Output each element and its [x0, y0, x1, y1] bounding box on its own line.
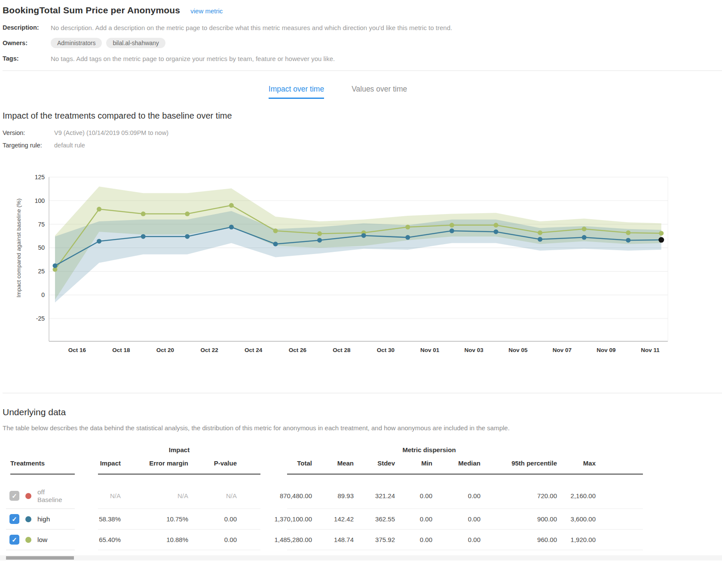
- dispersion-cell: 148.74: [312, 530, 354, 549]
- x-tick-label: Oct 24: [245, 347, 263, 353]
- treatment-checkbox-off[interactable]: ✓: [9, 491, 19, 501]
- low-data-point[interactable]: [538, 230, 542, 235]
- dispersion-cell: 0.00: [395, 509, 432, 529]
- low-data-point[interactable]: [405, 225, 410, 230]
- impact-group-header: Impact: [98, 446, 260, 459]
- low-data-point[interactable]: [141, 211, 146, 216]
- high-data-point[interactable]: [229, 225, 234, 230]
- owners-list: Administratorsbilal.al-shahwany: [51, 38, 165, 48]
- high-data-point[interactable]: [582, 235, 587, 240]
- x-tick-label: Nov 09: [597, 347, 615, 353]
- view-metric-link[interactable]: view metric: [190, 7, 223, 15]
- column-header-max: Max: [557, 459, 596, 474]
- targeting-rule-value: default rule: [54, 142, 85, 149]
- y-tick-label: 50: [38, 244, 45, 251]
- x-tick-label: Nov 03: [465, 347, 484, 353]
- dispersion-cell: 960.00: [480, 530, 557, 549]
- treatment-color-dot: [25, 537, 31, 543]
- dispersion-cell: 1,370,100.00: [263, 509, 312, 529]
- high-data-point[interactable]: [450, 229, 454, 233]
- table-separator: [287, 550, 643, 550]
- treatment-row-low: ✓low: [6, 530, 75, 550]
- x-tick-label: Oct 20: [156, 347, 174, 353]
- low-data-point[interactable]: [97, 207, 101, 211]
- impact-cell: N/A: [121, 486, 188, 505]
- low-data-point[interactable]: [450, 223, 454, 227]
- high-data-point[interactable]: [97, 239, 101, 244]
- impact-over-time-chart: 1251007550250-25Oct 16Oct 18Oct 20Oct 22…: [3, 173, 722, 359]
- low-data-point[interactable]: [659, 231, 664, 236]
- column-header-mean: Mean: [312, 459, 354, 474]
- low-data-point[interactable]: [185, 211, 190, 216]
- tags-row: Tags: No tags. Add tags on the metric pa…: [3, 53, 722, 64]
- impact-cell: 0.00: [188, 509, 237, 529]
- dispersion-cell: 720.00: [480, 486, 557, 505]
- version-label: Version:: [3, 129, 54, 136]
- low-data-point[interactable]: [317, 231, 322, 236]
- high-data-point[interactable]: [141, 234, 146, 239]
- x-tick-label: Oct 26: [289, 347, 307, 353]
- owner-pill: bilal.al-shahwany: [106, 38, 165, 48]
- table-separator: [98, 550, 260, 550]
- dispersion-group-header: Metric dispersion: [263, 446, 596, 459]
- column-header-stdev: Stdev: [354, 459, 395, 474]
- x-tick-label: Nov 01: [420, 347, 440, 353]
- tab-values-over-time[interactable]: Values over time: [352, 85, 407, 99]
- x-tick-label: Oct 30: [377, 347, 395, 353]
- dispersion-cell: 870,480.00: [263, 486, 312, 505]
- table-separator: [6, 550, 75, 550]
- high-data-point[interactable]: [53, 263, 58, 268]
- column-header-min: Min: [395, 459, 432, 474]
- dispersion-cell: 0.00: [432, 509, 480, 529]
- treatment-checkbox-low[interactable]: ✓: [9, 535, 19, 545]
- treatment-name: off: [37, 488, 62, 496]
- treatment-label: high: [37, 515, 50, 523]
- checkbox-check-icon: ✓: [12, 492, 17, 500]
- dispersion-cell: 375.92: [354, 530, 395, 549]
- impact-cell: N/A: [188, 486, 237, 505]
- dispersion-cell: 0.00: [432, 486, 480, 505]
- y-tick-label: 75: [38, 221, 45, 228]
- high-data-point[interactable]: [185, 234, 190, 239]
- impact-cell: 65.40%: [83, 530, 121, 549]
- treatment-checkbox-high[interactable]: ✓: [9, 514, 19, 524]
- high-data-point[interactable]: [317, 238, 322, 242]
- x-tick-label: Oct 18: [112, 347, 130, 353]
- dispersion-cell: 0.00: [395, 530, 432, 549]
- underlying-table: ImpactMetric dispersionTreatmentsImpactE…: [6, 446, 721, 550]
- divider: [3, 393, 722, 393]
- current-value-marker[interactable]: [658, 237, 664, 243]
- table-separator: [287, 529, 643, 530]
- treatments-column-header: Treatments: [6, 459, 75, 474]
- low-data-point[interactable]: [273, 229, 278, 233]
- y-tick-label: 0: [41, 291, 45, 298]
- high-data-point[interactable]: [405, 235, 410, 240]
- treatment-row-high: ✓high: [6, 509, 75, 529]
- low-data-point[interactable]: [582, 227, 587, 231]
- low-data-point[interactable]: [494, 223, 499, 227]
- tab-impact-over-time[interactable]: Impact over time: [269, 85, 324, 99]
- x-tick-label: Nov 11: [641, 347, 660, 353]
- low-data-point[interactable]: [229, 203, 234, 208]
- page-header: BookingTotal Sum Price per Anonymous vie…: [3, 5, 722, 15]
- column-header-total: Total: [263, 459, 312, 474]
- bottom-scrollbar[interactable]: [6, 556, 74, 560]
- high-data-point[interactable]: [538, 237, 542, 242]
- x-tick-label: Oct 28: [333, 347, 351, 353]
- owners-label: Owners:: [3, 40, 51, 46]
- high-data-point[interactable]: [494, 230, 499, 234]
- treatment-color-dot: [25, 516, 31, 522]
- high-data-point[interactable]: [361, 233, 366, 238]
- version-row: Version: V9 (Active) (10/14/2019 05:09PM…: [3, 129, 722, 136]
- targeting-rule-row: Targeting rule: default rule: [3, 142, 722, 149]
- dispersion-cell: 900.00: [480, 509, 557, 529]
- high-data-point[interactable]: [273, 242, 278, 246]
- impact-cell: N/A: [83, 486, 121, 505]
- high-data-point[interactable]: [626, 238, 630, 242]
- underlying-data-description: The table below describes the data behin…: [3, 424, 722, 432]
- x-tick-label: Nov 05: [508, 347, 528, 353]
- dispersion-cell: 2,160.00: [557, 486, 596, 505]
- dispersion-cell: 89.93: [312, 486, 354, 505]
- low-data-point[interactable]: [626, 230, 630, 235]
- impact-cell: 10.75%: [121, 509, 188, 529]
